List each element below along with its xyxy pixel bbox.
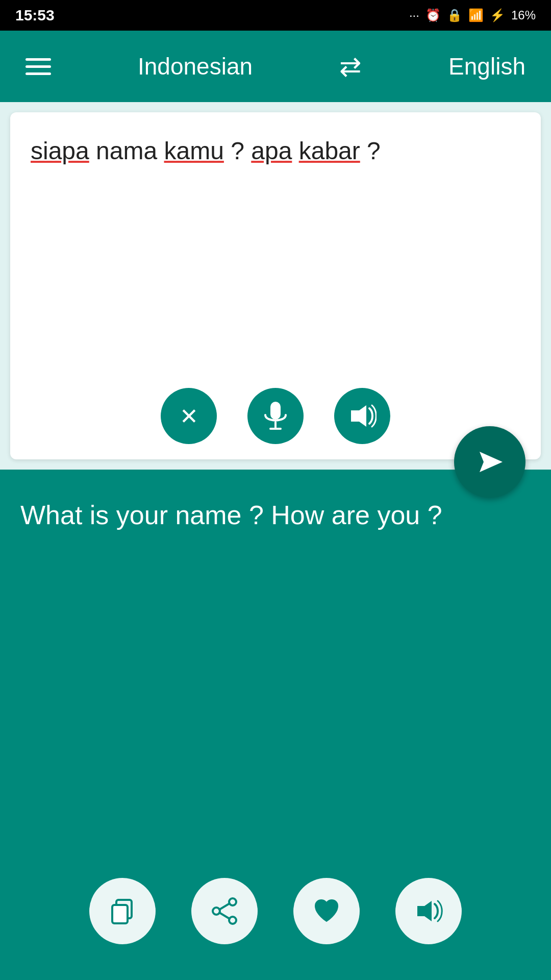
- dots-icon: ···: [409, 8, 419, 22]
- signal-icon: 📶: [468, 8, 484, 22]
- copy-button[interactable]: [89, 878, 156, 944]
- target-language-button[interactable]: English: [448, 53, 525, 80]
- share-button[interactable]: [191, 878, 258, 944]
- hamburger-menu-button[interactable]: [26, 58, 51, 75]
- source-language-button[interactable]: Indonesian: [138, 53, 253, 80]
- alarm-icon: ⏰: [425, 8, 441, 22]
- output-text: What is your name ? How are you ?: [20, 495, 531, 868]
- output-area: What is your name ? How are you ?: [0, 470, 551, 980]
- input-area: siapa nama kamu ? apa kabar ? ✕: [10, 112, 541, 459]
- svg-marker-3: [351, 405, 366, 427]
- svg-point-9: [213, 908, 220, 915]
- svg-marker-12: [417, 901, 432, 921]
- svg-point-7: [229, 898, 236, 905]
- svg-line-11: [219, 913, 230, 919]
- input-word-nama: nama: [96, 137, 164, 164]
- input-word-q2: ?: [367, 137, 381, 164]
- battery-level: 16%: [511, 8, 536, 22]
- speak-input-button[interactable]: [334, 388, 390, 444]
- microphone-button[interactable]: [247, 388, 304, 444]
- input-text[interactable]: siapa nama kamu ? apa kabar ?: [31, 133, 520, 378]
- input-word-kamu: kamu: [164, 137, 224, 164]
- main-content: siapa nama kamu ? apa kabar ? ✕: [0, 102, 551, 980]
- svg-line-10: [219, 903, 230, 910]
- input-word-apa: apa: [251, 137, 292, 164]
- status-bar: 15:53 ··· ⏰ 🔒 📶 ⚡ 16%: [0, 0, 551, 31]
- translate-button[interactable]: [454, 426, 525, 498]
- output-controls: [20, 868, 531, 960]
- clear-button[interactable]: ✕: [161, 388, 217, 444]
- battery-charging-icon: ⚡: [490, 8, 505, 22]
- input-word-siapa: siapa: [31, 137, 89, 164]
- speak-output-button[interactable]: [395, 878, 462, 944]
- status-icons: ··· ⏰ 🔒 📶 ⚡ 16%: [409, 8, 536, 22]
- swap-languages-button[interactable]: ⇄: [339, 51, 362, 82]
- svg-marker-4: [480, 452, 503, 472]
- toolbar: Indonesian ⇄ English: [0, 31, 551, 102]
- input-controls: ✕: [31, 378, 520, 444]
- input-section: siapa nama kamu ? apa kabar ? ✕: [0, 102, 551, 470]
- status-time: 15:53: [15, 7, 55, 24]
- input-word-q1: ?: [231, 137, 251, 164]
- input-word-kabar: kabar: [299, 137, 360, 164]
- svg-rect-0: [270, 402, 281, 420]
- svg-point-8: [229, 917, 236, 924]
- svg-rect-6: [112, 905, 128, 923]
- lock-icon: 🔒: [447, 8, 462, 22]
- favorite-button[interactable]: [293, 878, 360, 944]
